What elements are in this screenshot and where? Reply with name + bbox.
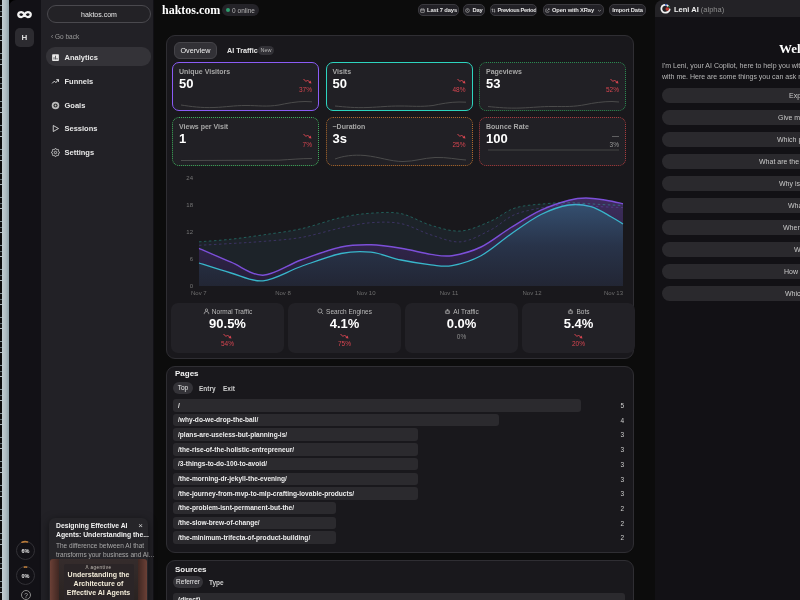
svg-text:18: 18: [186, 202, 193, 208]
svg-text:Nov 10: Nov 10: [356, 290, 376, 296]
svg-text:0: 0: [190, 283, 194, 289]
svg-text:Nov 11: Nov 11: [440, 290, 459, 296]
svg-text:Nov 13: Nov 13: [604, 290, 624, 296]
svg-text:24: 24: [186, 175, 193, 181]
svg-text:Nov 12: Nov 12: [522, 290, 542, 296]
svg-text:Nov 8: Nov 8: [275, 290, 291, 296]
svg-text:Nov 7: Nov 7: [191, 290, 207, 296]
svg-text:6: 6: [190, 256, 194, 262]
svg-text:12: 12: [186, 229, 193, 235]
